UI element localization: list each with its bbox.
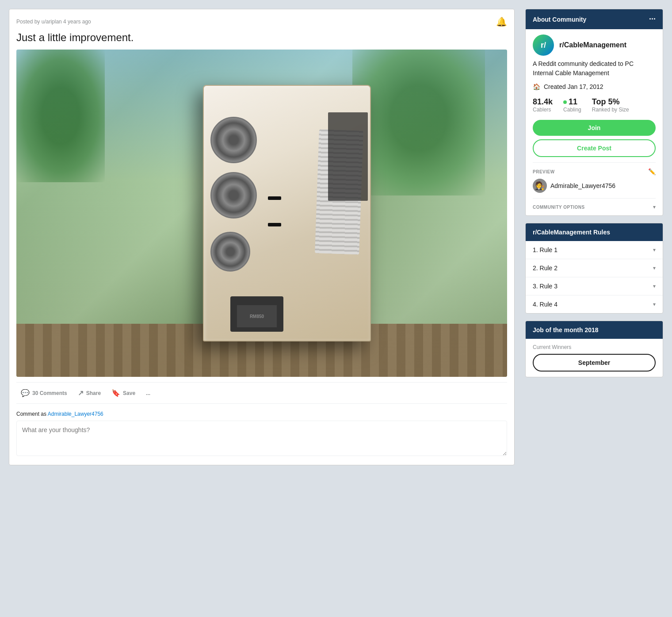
- post-meta-text: Posted by u/ariplan 4 years ago: [16, 19, 91, 25]
- stat-cabling: 11 Cabling: [563, 97, 581, 113]
- comments-button[interactable]: 💬 30 Comments: [16, 385, 72, 401]
- cablers-value: 81.4k: [533, 97, 553, 107]
- preview-avatar: 🧑‍⚖️: [533, 179, 547, 193]
- preview-section: PREVIEW ✏️ 🧑‍⚖️ Admirable_Lawyer4756: [533, 162, 656, 193]
- comment-as-section: Comment as Admirable_Lawyer4756: [16, 411, 507, 458]
- rules-list: 1. Rule 1 ▾ 2. Rule 2 ▾ 3. Rule 3 ▾ 4. R…: [526, 241, 663, 313]
- ranked-label: Ranked by Size: [592, 107, 629, 113]
- created-date: Created Jan 17, 2012: [544, 83, 603, 90]
- job-of-month-body: Current Winners September: [526, 339, 663, 377]
- preview-user-row: 🧑‍⚖️ Admirable_Lawyer4756: [533, 179, 656, 193]
- about-community-body: r/ r/CableManagement A Reddit community …: [526, 29, 663, 215]
- rule-4-chevron-icon: ▾: [653, 301, 656, 307]
- about-community-title: About Community: [533, 16, 586, 23]
- post-meta-row: Posted by u/ariplan 4 years ago 🔔: [16, 16, 507, 27]
- community-stats-row: 81.4k Cablers 11 Cabling Top 5% Ranked b…: [533, 97, 656, 113]
- community-avatar: r/: [533, 34, 554, 56]
- more-icon: ...: [146, 390, 150, 396]
- about-community-header: About Community ···: [526, 9, 663, 29]
- stat-ranked: Top 5% Ranked by Size: [592, 97, 629, 113]
- cabling-value-row: 11: [563, 97, 581, 107]
- rules-title: r/CableManagement Rules: [533, 229, 610, 236]
- rule-1-chevron-icon: ▾: [653, 247, 656, 253]
- job-of-month-header: Job of the month 2018: [526, 321, 663, 339]
- community-created: 🏠 Created Jan 17, 2012: [533, 83, 656, 90]
- comment-icon: 💬: [21, 389, 30, 397]
- rule-2-chevron-icon: ▾: [653, 265, 656, 271]
- cablers-label: Cablers: [533, 107, 553, 113]
- save-label: Save: [123, 390, 135, 396]
- more-options-button[interactable]: ...: [141, 387, 155, 400]
- community-options-label: COMMUNITY OPTIONS: [533, 205, 585, 210]
- community-options-row[interactable]: COMMUNITY OPTIONS ▾: [533, 198, 656, 210]
- job-of-month-title: Job of the month 2018: [533, 326, 599, 333]
- post-image-container: RM850: [16, 50, 507, 377]
- rules-card: r/CableManagement Rules 1. Rule 1 ▾ 2. R…: [525, 223, 663, 314]
- community-description: A Reddit community dedicated to PC Inter…: [533, 59, 656, 78]
- preview-text: PREVIEW: [533, 169, 555, 174]
- rules-header: r/CableManagement Rules: [526, 223, 663, 241]
- share-label: Share: [86, 390, 101, 396]
- cabling-label: Cabling: [563, 107, 581, 113]
- rule-1-label: 1. Rule 1: [533, 246, 557, 253]
- join-button[interactable]: Join: [533, 120, 656, 136]
- share-icon: ↗: [78, 389, 84, 397]
- online-dot: [563, 100, 567, 104]
- post-actions-bar: 💬 30 Comments ↗ Share 🔖 Save ...: [16, 382, 507, 404]
- preview-label: PREVIEW ✏️: [533, 168, 656, 175]
- rule-item-3[interactable]: 3. Rule 3 ▾: [526, 277, 663, 295]
- rule-3-chevron-icon: ▾: [653, 283, 656, 289]
- save-button[interactable]: 🔖 Save: [107, 385, 140, 401]
- post-title: Just a little improvement.: [16, 31, 507, 44]
- rule-item-1[interactable]: 1. Rule 1 ▾: [526, 241, 663, 259]
- comment-input[interactable]: [16, 421, 507, 456]
- about-community-card: About Community ··· r/ r/CableManagement…: [525, 9, 663, 216]
- preview-username: Admirable_Lawyer4756: [550, 182, 615, 189]
- community-name[interactable]: r/CableManagement: [559, 41, 626, 49]
- rule-item-2[interactable]: 2. Rule 2 ▾: [526, 259, 663, 277]
- rule-2-label: 2. Rule 2: [533, 264, 557, 272]
- rule-4-label: 4. Rule 4: [533, 301, 557, 308]
- comment-as-label: Comment as Admirable_Lawyer4756: [16, 411, 507, 417]
- notification-bell-icon[interactable]: 🔔: [496, 16, 507, 27]
- calendar-icon: 🏠: [533, 83, 540, 90]
- ranked-value: Top 5%: [592, 97, 629, 107]
- rule-3-label: 3. Rule 3: [533, 283, 557, 290]
- current-winners-label: Current Winners: [533, 344, 656, 350]
- cabling-value: 11: [569, 97, 577, 107]
- september-winner-button[interactable]: September: [533, 354, 656, 372]
- job-of-month-card: Job of the month 2018 Current Winners Se…: [525, 321, 663, 377]
- comments-count: 30 Comments: [32, 390, 67, 396]
- comment-as-text: Comment as: [16, 411, 46, 417]
- edit-icon[interactable]: ✏️: [648, 168, 656, 175]
- post-image: RM850: [16, 50, 507, 377]
- bookmark-icon: 🔖: [111, 389, 120, 397]
- stat-cablers: 81.4k Cablers: [533, 97, 553, 113]
- chevron-down-icon: ▾: [653, 204, 656, 210]
- comment-as-username[interactable]: Admirable_Lawyer4756: [48, 411, 103, 417]
- community-more-icon[interactable]: ···: [649, 15, 656, 24]
- create-post-button[interactable]: Create Post: [533, 139, 656, 157]
- share-button[interactable]: ↗ Share: [73, 385, 105, 401]
- rule-item-4[interactable]: 4. Rule 4 ▾: [526, 295, 663, 313]
- community-info-row: r/ r/CableManagement: [533, 34, 656, 56]
